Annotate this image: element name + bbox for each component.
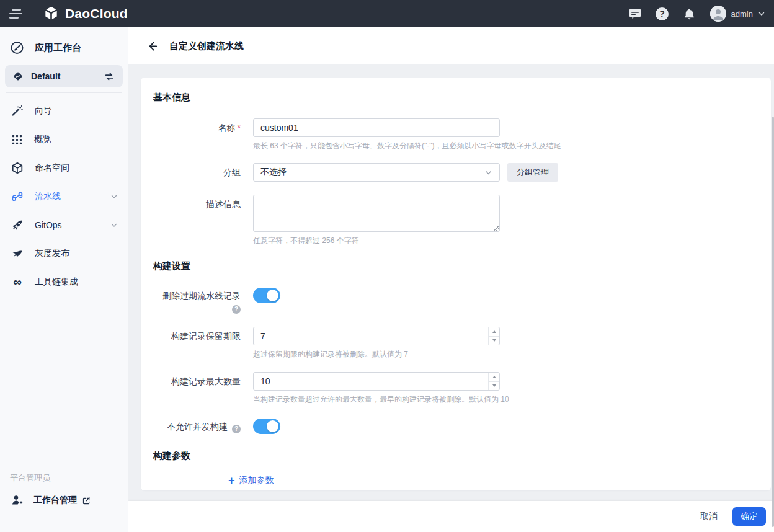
concurrent-row: 不允许并发构建? [153,419,758,434]
name-input[interactable] [253,118,500,137]
page-header: 自定义创建流水线 [128,27,774,64]
select-chevron-icon [484,169,492,177]
chevron-down-icon [110,221,118,229]
add-param-button[interactable]: + 添加参数 [228,475,274,486]
workspace-compass-icon [10,40,25,55]
daocloud-cube-icon [42,5,60,23]
max-records-label: 构建记录最大数量 [153,372,241,387]
user-menu[interactable]: admin [710,6,765,22]
bird-icon [11,247,24,260]
scrollbar-thumb[interactable] [772,117,774,527]
confirm-button[interactable]: 确定 [732,507,766,526]
brand-logo[interactable]: DaoCloud [42,5,128,23]
chevron-down-icon [758,10,765,17]
description-textarea[interactable] [253,195,500,232]
group-manage-button[interactable]: 分组管理 [507,163,558,182]
pipeline-icon [11,190,24,203]
name-row: 名称* 最长 63 个字符，只能包含小写字母、数字及分隔符("-")，且必须以小… [153,118,758,151]
message-icon[interactable] [628,7,642,20]
retention-label: 构建记录保留期限 [153,327,241,342]
sidebar-item-pipeline[interactable]: 流水线 [0,182,128,211]
workspace-selector[interactable]: Default [5,65,123,87]
content-area: 基本信息 名称* 最长 63 个字符，只能包含小写字母、数字及分隔符("-")，… [128,64,774,532]
help-icon[interactable]: ? [656,7,669,20]
sidebar-item-wizard[interactable]: 向导 [0,97,128,125]
section-basic-info: 基本信息 [153,92,758,102]
max-records-help-text: 当构建记录数量超过允许的最大数量，最早的构建记录将被删除。默认值为 10 [253,395,758,404]
description-label: 描述信息 [153,195,241,210]
section-build-params: 构建参数 [153,450,758,461]
sidebar: 应用工作台 Default 向导 [0,27,128,532]
spinner-down-icon[interactable] [489,382,499,391]
delete-expired-label: 删除过期流水线记录? [153,288,241,314]
number-spinner [488,373,499,390]
sidebar-bottom: 平台管理员 工作台管理 [0,456,128,532]
question-help-icon[interactable]: ? [232,305,241,314]
group-row: 分组 不选择 分组管理 [153,163,758,182]
platform-role-label: 平台管理员 [0,461,128,486]
menu-toggle-icon[interactable] [9,8,25,19]
delete-expired-toggle[interactable] [253,288,280,303]
grid-icon [11,134,23,146]
group-select-value: 不选择 [260,167,484,178]
form-card: 基本信息 名称* 最长 63 个字符，只能包含小写字母、数字及分隔符("-")，… [141,78,771,490]
group-select[interactable]: 不选择 [253,163,500,182]
notifications-bell-icon[interactable] [683,7,696,20]
sidebar-item-workspace-admin[interactable]: 工作台管理 [0,486,128,515]
chevron-down-icon [110,193,118,200]
sidebar-item-overview[interactable]: 概览 [0,125,128,154]
description-row: 描述信息 任意字符，不得超过 256 个字符 [153,195,758,246]
number-spinner [488,327,499,345]
external-link-icon [82,496,91,505]
max-records-input[interactable] [253,372,500,391]
user-name: admin [731,9,753,19]
group-label: 分组 [153,163,241,178]
switch-workspace-icon[interactable] [104,71,115,82]
workspace-name: Default [31,71,104,81]
spinner-down-icon[interactable] [489,337,499,345]
concurrent-label: 不允许并发构建? [153,419,241,433]
max-records-row: 构建记录最大数量 当构建记录数量超过允许的最大数量，最早的构建记录将被删除。默认… [153,372,758,404]
question-help-icon[interactable]: ? [232,425,241,433]
required-asterisk: * [238,123,241,133]
retention-help-text: 超过保留期限的构建记录将被删除。默认值为 7 [253,350,758,359]
sidebar-item-gray-release[interactable]: 灰度发布 [0,239,128,268]
action-bar: 取消 确定 [128,501,774,532]
description-help-text: 任意字符，不得超过 256 个字符 [253,236,758,246]
wand-icon [11,105,24,117]
rocket-icon [11,219,24,231]
sidebar-nav: 向导 概览 命名空间 流水线 [0,93,128,296]
concurrent-toggle[interactable] [253,419,280,434]
brand-name: DaoCloud [65,6,128,21]
topbar-actions: ? admin [628,6,774,22]
sidebar-item-gitops[interactable]: GitOps [0,211,128,239]
cancel-button[interactable]: 取消 [694,507,724,526]
sidebar-item-namespace[interactable]: 命名空间 [0,154,128,182]
plus-icon: + [228,476,235,485]
back-arrow-icon[interactable] [145,39,159,53]
workspace-header: 应用工作台 [0,27,128,64]
sidebar-item-toolchain[interactable]: ∞ 工具链集成 [0,268,128,296]
section-build-settings: 构建设置 [153,260,758,271]
page-title: 自定义创建流水线 [169,40,244,52]
workspace-title: 应用工作台 [35,42,81,54]
spinner-up-icon[interactable] [489,373,499,382]
topbar: DaoCloud ? admin [0,0,774,27]
retention-row: 构建记录保留期限 超过保留期限的构建记录将被删除。默认值为 7 [153,327,758,359]
spinner-up-icon[interactable] [489,327,499,337]
name-label: 名称* [153,118,241,133]
retention-input[interactable] [253,327,500,345]
cube-icon [11,162,24,174]
avatar-icon [710,6,726,22]
admin-person-icon [11,494,24,507]
scrollbar[interactable] [771,102,774,532]
workspace-default-icon [12,71,24,82]
delete-expired-row: 删除过期流水线记录? [153,288,758,314]
main-area: 自定义创建流水线 基本信息 名称* 最长 63 个字符，只能包含小写字母、数字及… [128,27,774,532]
name-help-text: 最长 63 个字符，只能包含小写字母、数字及分隔符("-")，且必须以小写字母或… [253,141,758,151]
infinity-icon: ∞ [11,278,24,286]
